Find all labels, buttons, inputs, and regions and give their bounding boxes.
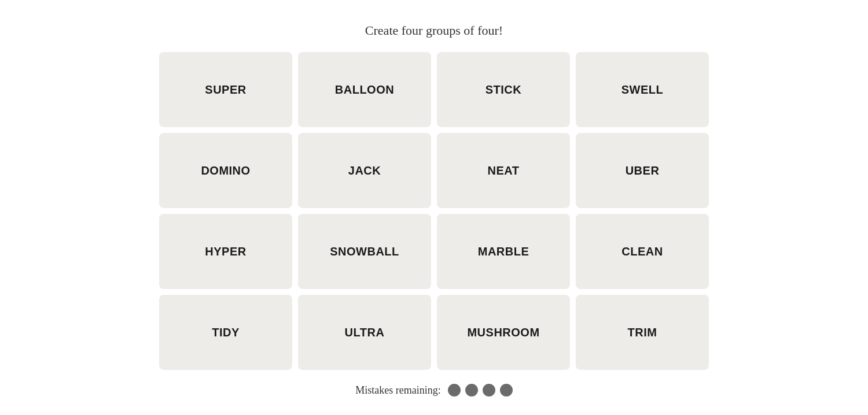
card-label-snowball: SNOWBALL (330, 245, 399, 258)
card-label-ultra: ULTRA (345, 326, 385, 339)
card-label-uber: UBER (626, 164, 660, 177)
card-label-tidy: TIDY (212, 326, 240, 339)
mistake-dot-3 (483, 384, 495, 397)
card-stick[interactable]: STICK (437, 52, 570, 127)
card-label-stick: STICK (486, 83, 522, 97)
card-uber[interactable]: UBER (576, 133, 709, 208)
card-neat[interactable]: NEAT (437, 133, 570, 208)
mistakes-label: Mistakes remaining: (355, 384, 440, 397)
card-clean[interactable]: CLEAN (576, 214, 709, 289)
card-label-super: SUPER (205, 83, 246, 97)
card-label-swell: SWELL (621, 83, 664, 97)
card-swell[interactable]: SWELL (576, 52, 709, 127)
card-label-domino: DOMINO (201, 164, 250, 177)
card-label-neat: NEAT (488, 164, 520, 177)
mistake-dot-1 (448, 384, 461, 397)
mistake-dot-4 (500, 384, 513, 397)
card-trim[interactable]: TRIM (576, 295, 709, 370)
card-label-marble: MARBLE (478, 245, 529, 258)
card-label-clean: CLEAN (621, 245, 663, 258)
card-label-hyper: HYPER (205, 245, 246, 258)
page-wrapper: Create four groups of four! SUPERBALLOON… (148, 0, 720, 415)
card-tidy[interactable]: TIDY (159, 295, 292, 370)
word-grid: SUPERBALLOONSTICKSWELLDOMINOJACKNEATUBER… (159, 52, 709, 370)
card-ultra[interactable]: ULTRA (298, 295, 431, 370)
subtitle: Create four groups of four! (365, 23, 503, 38)
card-domino[interactable]: DOMINO (159, 133, 292, 208)
card-label-balloon: BALLOON (335, 83, 394, 97)
card-balloon[interactable]: BALLOON (298, 52, 431, 127)
card-label-jack: JACK (348, 164, 381, 177)
mistakes-section: Mistakes remaining: (355, 384, 512, 397)
card-label-mushroom: MUSHROOM (467, 326, 539, 339)
card-label-trim: TRIM (628, 326, 657, 339)
mistakes-dots (448, 384, 513, 397)
mistake-dot-2 (465, 384, 478, 397)
card-mushroom[interactable]: MUSHROOM (437, 295, 570, 370)
card-hyper[interactable]: HYPER (159, 214, 292, 289)
card-jack[interactable]: JACK (298, 133, 431, 208)
card-snowball[interactable]: SNOWBALL (298, 214, 431, 289)
card-super[interactable]: SUPER (159, 52, 292, 127)
card-marble[interactable]: MARBLE (437, 214, 570, 289)
